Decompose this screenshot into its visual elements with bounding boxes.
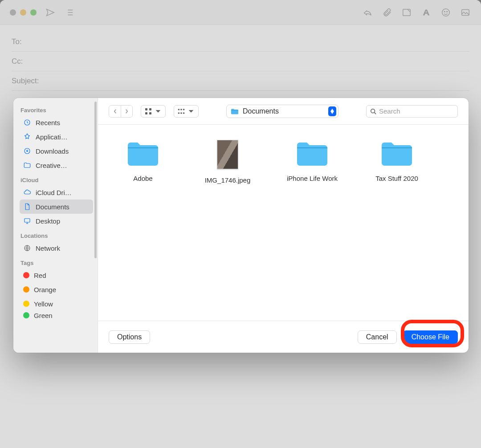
download-icon xyxy=(23,147,31,155)
search-icon xyxy=(370,108,376,114)
file-grid[interactable]: Adobe IMG_1746.jpeg iPhone Life Work Tax… xyxy=(98,125,469,321)
font-icon[interactable] xyxy=(420,7,432,18)
sidebar-tag-orange[interactable]: Orange xyxy=(20,282,93,297)
group-view-button[interactable] xyxy=(174,105,199,118)
file-item-folder[interactable]: Adobe xyxy=(114,140,172,182)
cc-field[interactable]: Cc: xyxy=(12,52,469,71)
sidebar-item-label: Downloads xyxy=(36,147,69,155)
applications-icon xyxy=(23,133,31,141)
open-file-sheet: Favorites Recents Applicati… Downloads C… xyxy=(13,98,469,353)
svg-rect-18 xyxy=(183,112,184,114)
clock-icon xyxy=(23,118,31,126)
chevron-left-icon xyxy=(113,109,117,114)
folder-icon xyxy=(230,108,239,115)
window-traffic-lights[interactable] xyxy=(10,9,37,16)
tag-dot-icon xyxy=(23,312,29,318)
file-label: Tax Stuff 2020 xyxy=(375,175,418,182)
location-popup[interactable]: Documents xyxy=(226,105,338,118)
folder-icon xyxy=(380,140,414,167)
svg-rect-7 xyxy=(24,219,30,222)
sidebar-section-tags: Tags xyxy=(20,255,93,268)
svg-rect-0 xyxy=(403,9,411,16)
svg-rect-10 xyxy=(149,108,151,110)
sidebar-item-label: Green xyxy=(34,312,53,319)
svg-rect-16 xyxy=(178,112,179,114)
sidebar-section-icloud: iCloud xyxy=(20,172,93,185)
sidebar-item-label: Orange xyxy=(34,286,56,293)
sidebar-item-label: Network xyxy=(36,244,60,252)
maximize-window-icon[interactable] xyxy=(30,9,37,16)
chevron-down-icon xyxy=(155,108,162,115)
sidebar-item-downloads[interactable]: Downloads xyxy=(20,144,93,158)
subject-field[interactable]: Subject: xyxy=(12,71,469,91)
tag-dot-icon xyxy=(23,272,29,278)
sidebar-item-label: Red xyxy=(34,272,46,279)
svg-rect-15 xyxy=(183,109,184,110)
sidebar-section-favorites: Favorites xyxy=(20,102,93,115)
folder-icon xyxy=(23,161,31,169)
file-item-folder[interactable]: iPhone Life Work xyxy=(283,140,341,182)
svg-rect-4 xyxy=(462,9,469,15)
sidebar-tag-red[interactable]: Red xyxy=(20,268,93,282)
svg-rect-14 xyxy=(180,109,182,110)
minimize-window-icon[interactable] xyxy=(20,9,26,16)
sidebar-tag-green[interactable]: Green xyxy=(20,311,93,320)
file-item-image[interactable]: IMG_1746.jpeg xyxy=(199,140,257,184)
chevron-right-icon xyxy=(125,109,129,114)
chevron-down-icon xyxy=(188,108,195,115)
svg-rect-12 xyxy=(149,112,151,114)
sidebar-item-creative[interactable]: Creative… xyxy=(20,158,93,172)
tag-dot-icon xyxy=(23,286,29,293)
icon-view-button[interactable] xyxy=(141,105,166,118)
sidebar[interactable]: Favorites Recents Applicati… Downloads C… xyxy=(13,98,98,353)
globe-icon xyxy=(23,244,31,252)
close-window-icon[interactable] xyxy=(10,9,16,16)
choose-file-button[interactable]: Choose File xyxy=(403,330,458,344)
desktop-icon xyxy=(23,217,31,225)
sidebar-item-network[interactable]: Network xyxy=(20,241,93,255)
attach-icon[interactable] xyxy=(381,7,393,18)
back-button[interactable] xyxy=(109,106,121,117)
document-icon xyxy=(23,203,31,211)
sidebar-item-desktop[interactable]: Desktop xyxy=(20,214,93,228)
svg-rect-13 xyxy=(178,109,179,110)
svg-point-2 xyxy=(444,11,445,12)
cloud-icon xyxy=(23,188,31,196)
sidebar-item-label: Desktop xyxy=(36,217,60,225)
picker-footer: Options Cancel Choose File xyxy=(98,321,469,353)
sidebar-tag-yellow[interactable]: Yellow xyxy=(20,297,93,311)
svg-rect-9 xyxy=(145,108,147,110)
sidebar-item-recents[interactable]: Recents xyxy=(20,115,93,130)
sidebar-item-label: Creative… xyxy=(36,162,67,169)
options-button[interactable]: Options xyxy=(109,330,150,344)
svg-point-3 xyxy=(447,11,448,12)
popup-stepper-icon xyxy=(328,106,336,116)
to-field[interactable]: To: xyxy=(12,32,469,52)
sidebar-item-icloud-drive[interactable]: iCloud Dri… xyxy=(20,185,93,200)
image-thumbnail xyxy=(217,140,238,169)
reply-icon[interactable] xyxy=(362,7,373,18)
sidebar-item-applications[interactable]: Applicati… xyxy=(20,130,93,144)
markup-icon[interactable] xyxy=(401,7,412,18)
folder-icon xyxy=(126,140,160,167)
sidebar-item-label: iCloud Dri… xyxy=(36,189,72,196)
forward-button[interactable] xyxy=(121,106,132,117)
location-label: Documents xyxy=(243,107,279,115)
search-input[interactable]: Search xyxy=(366,105,458,118)
cancel-button[interactable]: Cancel xyxy=(358,330,397,344)
nav-back-forward[interactable] xyxy=(109,105,133,118)
svg-point-1 xyxy=(442,8,450,16)
list-icon[interactable] xyxy=(64,7,76,18)
file-pane: Documents Search Adobe I xyxy=(98,98,469,353)
file-item-folder[interactable]: Tax Stuff 2020 xyxy=(368,140,426,182)
folder-icon xyxy=(295,140,329,167)
photo-icon[interactable] xyxy=(460,7,471,18)
sidebar-item-label: Yellow xyxy=(34,300,53,308)
emoji-icon[interactable] xyxy=(440,7,452,18)
sidebar-item-documents[interactable]: Documents xyxy=(20,200,93,214)
sidebar-item-label: Applicati… xyxy=(36,133,68,141)
grid-icon xyxy=(145,108,152,115)
picker-toolbar: Documents Search xyxy=(98,98,469,125)
send-icon[interactable] xyxy=(45,7,56,18)
file-label: iPhone Life Work xyxy=(287,175,338,182)
